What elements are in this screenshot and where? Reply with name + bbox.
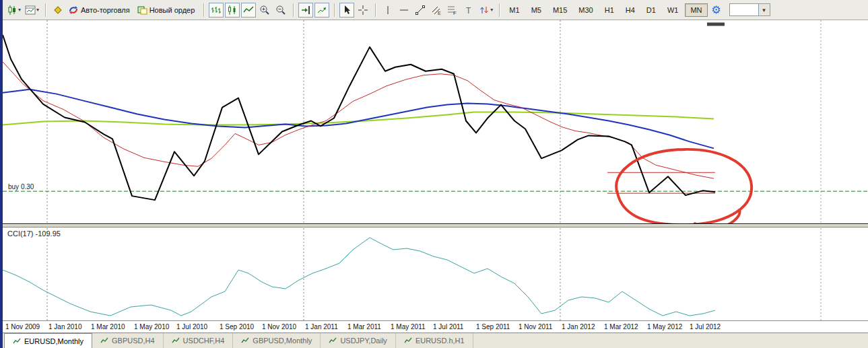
- chevron-down-icon: ▾: [490, 7, 493, 13]
- svg-text:E: E: [438, 11, 441, 15]
- mini-chart-icon: [241, 337, 249, 345]
- series-price: [3, 35, 715, 200]
- text-button[interactable]: T: [461, 3, 476, 18]
- vertical-line-icon: [382, 5, 393, 15]
- tab-label: USDCHF,H4: [183, 337, 225, 345]
- x-axis-label: 1 Nov 2010: [262, 323, 296, 330]
- template-combobox[interactable]: ▾: [729, 3, 770, 16]
- settings-button[interactable]: ⚙: [709, 3, 724, 18]
- series-ma-blue: [3, 90, 714, 149]
- auto-scroll-icon: [316, 5, 327, 15]
- x-axis-label: 1 Jan 2012: [562, 323, 595, 330]
- tab-label: USDJPY,Daily: [340, 337, 387, 345]
- chart-tab-usdchf-h4[interactable]: USDCHF,H4: [164, 333, 234, 348]
- x-axis-label: 1 May 2011: [391, 323, 426, 330]
- x-axis-label: 1 Nov 2011: [519, 323, 552, 330]
- auto-trading-button[interactable]: Авто-торговля: [67, 3, 134, 18]
- timeframe-w1[interactable]: W1: [663, 4, 683, 16]
- zoom-in-button[interactable]: [257, 3, 272, 18]
- annotation-red-circle-tail: [695, 210, 740, 224]
- trendline-icon: [415, 5, 426, 15]
- x-axis-label: 1 Jul 2010: [176, 323, 207, 330]
- toolbar-separator: [293, 3, 294, 17]
- pane-splitter[interactable]: [3, 225, 868, 228]
- candlestick-chart-icon: [7, 5, 18, 15]
- window-layout-button[interactable]: ▾: [24, 3, 40, 18]
- x-axis-label: 1 Jul 2011: [433, 323, 463, 330]
- horizontal-line-icon: [399, 5, 409, 15]
- indicators-icon: [53, 5, 63, 15]
- zoom-out-button[interactable]: [273, 3, 288, 18]
- crosshair-icon: [358, 5, 368, 15]
- bar-chart-icon: [211, 5, 222, 15]
- shift-end-button[interactable]: [298, 3, 313, 18]
- tab-label: EURUSD,Monthly: [24, 337, 84, 345]
- timeframe-m1[interactable]: M1: [504, 4, 524, 16]
- x-axis-label: 1 Mar 2011: [347, 323, 381, 330]
- x-axis-label: 1 May 2010: [134, 323, 169, 330]
- auto-trading-icon: [68, 5, 79, 15]
- candlestick-button[interactable]: [225, 3, 240, 18]
- line-chart-button[interactable]: [241, 3, 256, 18]
- new-order-button[interactable]: Новый ордер: [135, 3, 199, 18]
- chart-tabbar: EURUSD,MonthlyGBPUSD,H4USDCHF,H4GBPUSD,M…: [3, 333, 868, 348]
- svg-text:T: T: [466, 5, 471, 15]
- indicators-button[interactable]: [51, 3, 65, 18]
- x-axis-label: 1 Jul 2012: [690, 323, 721, 330]
- cci-pane[interactable]: [3, 228, 868, 320]
- x-axis-label: 1 Jan 2010: [48, 323, 82, 330]
- vertical-line-button[interactable]: [380, 3, 395, 18]
- indicator-label: CCI(17) -109.95: [7, 230, 61, 238]
- chevron-down-icon: ▾: [18, 7, 21, 13]
- x-axis-label: 1 Sep 2011: [476, 323, 510, 330]
- chevron-down-icon: ▾: [36, 7, 39, 13]
- x-axis-label: 1 Jan 2011: [305, 323, 338, 330]
- horizontal-line-button[interactable]: [397, 3, 411, 18]
- crosshair-button[interactable]: [356, 3, 370, 18]
- timeframe-group: M1M5M15M30H1H4D1W1MN: [504, 3, 707, 17]
- mt4-window: ▾ ▾ Авто-торговля Новый ордер: [0, 0, 868, 348]
- price-pane[interactable]: [3, 20, 868, 224]
- timeframe-m5[interactable]: M5: [527, 4, 546, 16]
- new-order-icon: [137, 5, 147, 15]
- x-axis-label: 1 Mar 2010: [91, 323, 125, 330]
- series-cci: [3, 238, 715, 316]
- chevron-down-icon[interactable]: ▾: [759, 3, 770, 16]
- window-layout-icon: [25, 5, 36, 15]
- mini-chart-icon: [100, 337, 108, 345]
- cursor-icon: [341, 5, 352, 15]
- cursor-button[interactable]: [339, 3, 354, 18]
- toolbar: ▾ ▾ Авто-торговля Новый ордер: [3, 0, 868, 20]
- chart-tab-eurusd-h-h1[interactable]: EURUSD.h,H1: [396, 333, 473, 348]
- chart-type-button[interactable]: ▾: [5, 3, 22, 18]
- fibonacci-button[interactable]: F: [445, 3, 460, 18]
- timeframe-h1[interactable]: H1: [600, 4, 619, 16]
- trendline-button[interactable]: [413, 3, 428, 18]
- timeframe-mn[interactable]: MN: [685, 3, 707, 17]
- zoom-in-icon: [259, 5, 270, 15]
- bar-chart-button[interactable]: [209, 3, 224, 18]
- auto-trading-label: Авто-торговля: [81, 6, 130, 14]
- chart-tab-gbpusd-monthly[interactable]: GBPUSD,Monthly: [233, 333, 321, 348]
- auto-scroll-button[interactable]: [314, 3, 329, 18]
- toolbar-separator: [334, 3, 335, 17]
- timeframe-d1[interactable]: D1: [642, 4, 661, 16]
- toolbar-separator: [499, 3, 500, 17]
- mini-chart-icon: [172, 337, 180, 345]
- arrows-icon: [479, 5, 490, 15]
- chart-tab-eurusd-monthly[interactable]: EURUSD,Monthly: [4, 333, 92, 348]
- timeframe-m15[interactable]: M15: [548, 4, 572, 16]
- x-axis-label: 1 Nov 2009: [5, 323, 40, 330]
- tab-label: GBPUSD,H4: [112, 337, 155, 345]
- arrows-button[interactable]: ▾: [477, 3, 494, 18]
- timeframe-m30[interactable]: M30: [574, 4, 597, 16]
- x-axis-label: 1 May 2012: [647, 323, 682, 330]
- equidistant-channel-button[interactable]: E: [429, 3, 444, 18]
- timeframe-h4[interactable]: H4: [621, 4, 640, 16]
- chart-tab-usdjpy-daily[interactable]: USDJPY,Daily: [321, 333, 396, 348]
- mini-chart-icon: [13, 337, 21, 345]
- text-icon: T: [463, 5, 474, 15]
- combobox-value[interactable]: [729, 3, 759, 16]
- chart-tab-gbpusd-h4[interactable]: GBPUSD,H4: [92, 333, 164, 348]
- shift-end-icon: [300, 5, 311, 15]
